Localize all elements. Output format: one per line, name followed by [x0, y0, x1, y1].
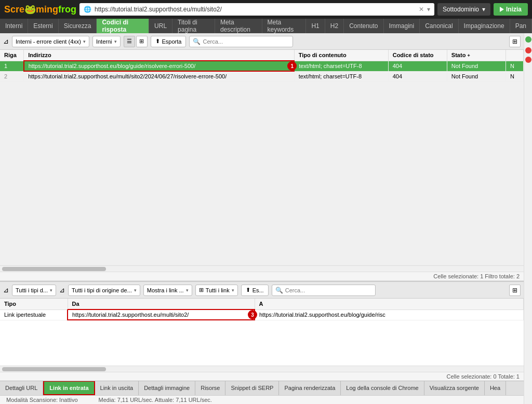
- upper-h-scrollbar[interactable]: [0, 265, 524, 272]
- cell-indirizzo: https://tutorial.trial2.supporthost.eu/m…: [24, 71, 295, 82]
- bottom-table: Tipo Da A Link ipertestuale https://tuto…: [0, 299, 524, 320]
- bottom-export-button[interactable]: ⬆ Es...: [241, 285, 269, 296]
- bottom-filter3-dropdown[interactable]: Mostra i link ... ▾: [143, 285, 192, 296]
- tab-contenuto[interactable]: Contenuto: [344, 19, 383, 33]
- tab-codici-risposta[interactable]: Codici di risposta: [97, 19, 149, 33]
- tab-risorse[interactable]: Risorse: [195, 381, 225, 395]
- tab-visualizza-sorgente[interactable]: Visualizza sorgente: [424, 381, 485, 395]
- scroll-thumb[interactable]: [2, 267, 106, 271]
- search-box[interactable]: 🔍: [189, 36, 293, 47]
- bottom-status-bar: Celle selezionate: 0 Totale: 1: [0, 372, 524, 381]
- cell-a: https://tutorial.trial2.supporthost.eu/b…: [255, 309, 524, 320]
- dot-green: [525, 36, 531, 43]
- status-right: Media: 7,11 URL/sec. Attuale: 7,11 URL/s…: [99, 397, 212, 403]
- search-input[interactable]: [203, 38, 289, 45]
- tab-snippet-serp[interactable]: Snippet di SERP: [225, 381, 279, 395]
- upload-icon: ⬆: [246, 287, 250, 293]
- chevron-down-icon[interactable]: ▾: [427, 6, 430, 13]
- tab-canonical[interactable]: Canonical: [420, 19, 458, 33]
- bottom-h-scrollbar[interactable]: [0, 366, 524, 372]
- tab-pan[interactable]: Pan: [510, 19, 532, 33]
- view-icons: ☰ ⊞: [124, 36, 148, 47]
- bottom-filter-bar: ⊿ Tutti i tipi d... ▾ ⊿ Tutti i tipi di …: [0, 282, 524, 299]
- table-icon: ⊞: [199, 287, 204, 293]
- bottom-tune-button[interactable]: ⊞: [509, 285, 521, 296]
- inizia-button[interactable]: Inizia: [494, 3, 528, 16]
- col-header-stato[interactable]: Stato +: [447, 50, 506, 61]
- main-area: ⊿ Interni - errore client (4xx) ▾ Intern…: [0, 33, 524, 404]
- export-button[interactable]: ⬆ Esporta: [151, 36, 187, 47]
- bottom-table-header-row: Tipo Da A: [0, 299, 524, 309]
- upload-icon: ⬆: [155, 38, 160, 45]
- tune-button[interactable]: ⊞: [509, 36, 521, 47]
- tab-log-console-chrome[interactable]: Log della console di Chrome: [341, 381, 424, 395]
- tab-pagina-renderizzata[interactable]: Pagina renderizzata: [279, 381, 341, 395]
- bottom-tabs: Dettagli URL Link in entrata Link in usc…: [0, 381, 524, 395]
- bottom-filter2-label: Tutti i tipi di origine de...: [72, 287, 132, 293]
- filter1-dropdown[interactable]: Interni - errore client (4xx) ▾: [12, 36, 89, 47]
- col-header-indirizzo[interactable]: Indirizzo: [24, 50, 295, 61]
- col-header-codice[interactable]: Codice di stato: [388, 50, 447, 61]
- tab-dettagli-immagine[interactable]: Dettagli immagine: [139, 381, 195, 395]
- tab-url[interactable]: URL: [149, 19, 172, 33]
- table-row[interactable]: 1 https://tutorial.trial2.supporthost.eu…: [0, 61, 524, 71]
- col-header-da[interactable]: Da: [68, 299, 255, 309]
- filter2-dropdown[interactable]: Interni ▾: [92, 36, 121, 47]
- status-left: Modalità Scansione: Inattivo: [6, 397, 78, 403]
- tab-sicurezza[interactable]: Sicurezza: [59, 19, 97, 33]
- col-header-tipo[interactable]: Tipo: [0, 299, 68, 309]
- tab-interni[interactable]: Interni: [0, 19, 28, 33]
- chevron-down-icon: ▾: [134, 288, 137, 293]
- tab-meta-description[interactable]: Meta description: [215, 19, 262, 33]
- cell-stato: Not Found: [447, 71, 506, 82]
- bottom-filter3-label: Mostra i link ...: [147, 287, 184, 293]
- bottom-status-text: Celle selezionate: 0 Totale: 1: [447, 373, 520, 380]
- cell-stato: Not Found: [447, 61, 506, 71]
- bottom-filter1-label: Tutti i tipi d...: [16, 287, 48, 293]
- cell-codice: 404: [388, 61, 447, 71]
- tab-hea[interactable]: Hea: [485, 381, 506, 395]
- tab-immagini[interactable]: Immagini: [384, 19, 420, 33]
- cell-riga: 1: [0, 61, 24, 71]
- tab-link-in-uscita[interactable]: Link in uscita: [95, 381, 139, 395]
- tab-dettagli-url[interactable]: Dettagli URL: [0, 381, 43, 395]
- bottom-search-box[interactable]: 🔍: [272, 285, 376, 296]
- chevron-down-icon: ▾: [114, 39, 117, 44]
- col-header-a[interactable]: A: [255, 299, 524, 309]
- col-header-n[interactable]: [506, 50, 524, 61]
- badge-1: 1: [287, 61, 297, 71]
- close-icon[interactable]: ✕: [419, 6, 424, 13]
- table-row[interactable]: 2 https://tutorial.trial2.supporthost.eu…: [0, 71, 524, 82]
- grid-view-button[interactable]: ⊞: [136, 36, 148, 47]
- tab-meta-keywords[interactable]: Meta keywords: [262, 19, 307, 33]
- upper-status-bar: Celle selezionate: 1 Filtro totale: 2: [0, 272, 524, 281]
- url-display: https://tutorial.trial2.supporthost.eu/m…: [95, 6, 416, 13]
- status-line: Modalità Scansione: Inattivo Media: 7,11…: [0, 395, 524, 404]
- col-header-tipo[interactable]: Tipo di contenuto: [294, 50, 388, 61]
- tab-link-in-entrata[interactable]: Link in entrata: [43, 381, 95, 395]
- table-row[interactable]: Link ipertestuale https://tutorial.trial…: [0, 309, 524, 320]
- tab-titoli-pagina[interactable]: Titoli di pagina: [172, 19, 215, 33]
- scroll-thumb[interactable]: [2, 367, 106, 371]
- list-view-button[interactable]: ☰: [124, 36, 135, 47]
- chevron-down-icon: ▾: [83, 39, 86, 44]
- bottom-search-input[interactable]: [285, 287, 372, 293]
- cell-riga: 2: [0, 71, 24, 82]
- tab-h2[interactable]: H2: [325, 19, 344, 33]
- bottom-filter1-dropdown[interactable]: Tutti i tipi d... ▾: [12, 285, 56, 296]
- bottom-filter4-dropdown[interactable]: ⊞ Tutti i link ▾: [195, 285, 238, 296]
- col-header-riga[interactable]: Riga: [0, 50, 24, 61]
- badge-3: 3: [248, 310, 257, 319]
- tab-impaginazione[interactable]: Impaginazione: [459, 19, 510, 33]
- url-bar[interactable]: 🌐 https://tutorial.trial2.supporthost.eu…: [79, 3, 434, 16]
- filter-icon: ⊿: [3, 37, 9, 45]
- tab-esterni[interactable]: Esterni: [28, 19, 58, 33]
- tab-h1[interactable]: H1: [306, 19, 325, 33]
- top-bar: Scre🐸mingfrog 🌐 https://tutorial.trial2.…: [0, 0, 532, 19]
- dot-red-2: [525, 57, 531, 63]
- right-scrollbar[interactable]: [524, 33, 532, 404]
- chevron-down-icon: ▾: [50, 288, 52, 293]
- bottom-filter2-dropdown[interactable]: Tutti i tipi di origine de... ▾: [68, 285, 140, 296]
- domain-selector[interactable]: Sottodominio ▾: [437, 3, 490, 16]
- bottom-filter4-label: Tutti i link: [206, 287, 230, 293]
